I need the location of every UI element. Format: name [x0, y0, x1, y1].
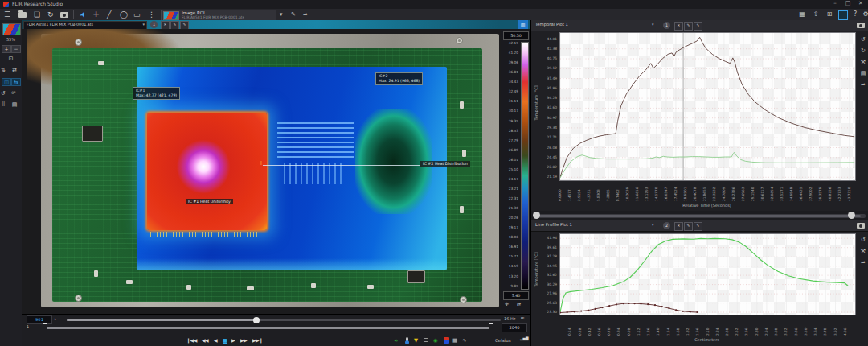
table-icon[interactable]: ▦ — [452, 336, 457, 344]
roi-dropdown-icon[interactable]: ▾ — [280, 10, 283, 19]
page-icon[interactable]: ▤ — [6, 101, 23, 108]
sliders-icon[interactable]: ☰ — [424, 336, 428, 344]
menu-icon[interactable]: ☰ — [4, 10, 10, 19]
end-frame-field[interactable]: 2040 — [502, 323, 527, 332]
close-button[interactable]: ✕ — [855, 0, 866, 6]
skip-start-button[interactable]: ❙◀◀ — [186, 337, 197, 343]
scale-min-value[interactable]: 5.40 — [503, 291, 529, 300]
temporal-plot-dropdown-icon[interactable]: ▾ — [652, 22, 654, 27]
settings-gear-icon[interactable]: ⚙ — [862, 10, 868, 19]
link-icon[interactable]: ∞ — [394, 336, 398, 344]
pan-mode-icon[interactable]: ⇆ — [11, 78, 21, 86]
ic2-annotation-label[interactable]: IC #2 Heat Distribution — [420, 161, 470, 167]
zoom-level[interactable]: 55% — [0, 37, 22, 42]
temporal-export-icon[interactable]: ➦ — [858, 81, 868, 88]
thermal-image-canvas[interactable]: ✛ IC#1 Max: 42.77 (421, 479) IC#2 Max: 2… — [22, 29, 501, 314]
temporal-plot-edit2-icon[interactable]: ✎ — [694, 22, 702, 31]
move-tool-icon[interactable]: ✛ — [93, 10, 100, 19]
range-scroll-right-handle[interactable] — [848, 212, 855, 219]
refresh-icon[interactable]: ↻ — [47, 10, 54, 19]
globe-icon[interactable]: ◉ — [433, 336, 438, 344]
layout-grid-icon[interactable]: ▦ — [798, 10, 806, 19]
temporal-plot-snapshot-icon[interactable] — [857, 23, 865, 28]
add-window-icon[interactable]: ⊞ — [825, 10, 833, 19]
overview-thumbnail[interactable] — [2, 23, 21, 35]
unit-selector[interactable]: Celsius — [495, 338, 511, 343]
upload-icon[interactable]: ⇧ — [812, 10, 820, 19]
help-icon[interactable]: ? — [851, 10, 859, 19]
temporal-plot-edit-icon[interactable]: ✎ — [684, 22, 693, 31]
zoom-in-button[interactable]: + — [2, 45, 11, 53]
ic1-hot-region[interactable] — [147, 113, 267, 230]
line-profile-edit-icon[interactable]: ✎ — [684, 222, 693, 231]
move-horizontal-icon[interactable]: ⇄ — [517, 301, 521, 307]
line-profile-undo-icon[interactable]: ↺ — [858, 237, 868, 243]
current-frame-field[interactable]: 901 — [27, 315, 52, 324]
camera-icon[interactable] — [60, 12, 68, 18]
maximize-button[interactable]: □ — [842, 0, 854, 6]
flip-horizontal-icon[interactable]: ⇄ — [6, 67, 23, 73]
temporal-plot-close-icon[interactable]: ✕ — [674, 22, 683, 31]
roi-edit-icon[interactable]: ✎ — [291, 10, 296, 19]
open-folder-icon[interactable] — [18, 12, 27, 18]
temporal-range-scrollbar[interactable] — [531, 211, 868, 220]
rewind-button[interactable]: ◀◀ — [202, 337, 208, 343]
rectangle-tool-icon[interactable]: ▭ — [133, 10, 141, 19]
line-profile-edit2-icon[interactable]: ✎ — [694, 222, 702, 231]
minimize-button[interactable]: – — [829, 0, 841, 6]
range-end-handle[interactable] — [489, 323, 493, 332]
frame-slider-handle[interactable] — [253, 317, 260, 323]
scale-max-value[interactable]: 50.30 — [503, 31, 529, 40]
chart-icon[interactable]: ∿ — [462, 336, 466, 344]
temporal-undo-icon[interactable]: ↺ — [858, 36, 868, 43]
crosshair-icon[interactable]: ✛ — [505, 301, 509, 307]
range-track[interactable] — [47, 327, 489, 329]
line-tool-icon[interactable]: ╱ — [107, 10, 111, 19]
scale-colorbar[interactable] — [521, 42, 529, 290]
temporal-settings-wrench-icon[interactable]: ⚒ — [858, 59, 868, 65]
file-icon[interactable]: ❏ — [34, 10, 40, 19]
zoom-out-button[interactable]: − — [11, 45, 21, 53]
line-profile-dropdown-icon[interactable]: ▾ — [652, 222, 654, 227]
frame-expander-icon[interactable]: ▸ — [55, 316, 57, 321]
skip-end-button[interactable]: ▶▶❙ — [252, 337, 263, 343]
palette-icon[interactable] — [444, 337, 449, 344]
active-window-icon[interactable] — [838, 10, 848, 20]
filter-funnel-icon[interactable]: ▼ — [414, 336, 418, 344]
scale-badge-icon[interactable]: ▥ — [518, 20, 528, 29]
roi-share-icon[interactable]: ➦ — [303, 10, 308, 19]
range-scroll-span[interactable] — [539, 215, 861, 217]
recording-tab-label: FLIR A8581 FLIR MIX PCB-0001.ats — [27, 23, 93, 27]
frame-rate-edit-icon[interactable]: ✏ — [521, 315, 525, 320]
range-scroll-left-handle[interactable] — [533, 212, 540, 219]
stop-button[interactable]: ■ — [223, 337, 227, 344]
line-profile-measurement-line[interactable] — [263, 165, 420, 166]
fast-forward-button[interactable]: ▶▶ — [240, 337, 247, 343]
line-profile-snapshot-icon[interactable] — [857, 223, 865, 229]
ellipse-tool-icon[interactable]: ◯ — [120, 10, 128, 19]
cursor-tool-icon[interactable]: ➤ — [77, 10, 88, 19]
measurement-cross-icon[interactable]: ✛ — [259, 160, 264, 167]
temporal-plot-canvas[interactable] — [559, 32, 856, 181]
fit-width-icon[interactable]: ◫ — [2, 78, 11, 86]
x-tick-label: 1.4577 — [567, 180, 571, 201]
line-profile-canvas[interactable] — [559, 233, 856, 315]
play-button[interactable]: ▶ — [231, 337, 235, 343]
image-roi-selector[interactable]: Image ROI FLIR A8581 FLIR MIX PCB-0001.a… — [161, 10, 276, 21]
line-profile-export-icon[interactable]: ➦ — [858, 259, 868, 266]
thermal-overlay-region[interactable] — [137, 67, 447, 270]
tab-dropdown-icon[interactable]: ▾ — [142, 22, 145, 27]
ic1-tooltip[interactable]: IC#1 Max: 42.77 (421, 479) — [133, 87, 180, 100]
step-back-button[interactable]: ◀ — [214, 337, 217, 343]
more-tools-icon[interactable]: ⋮ — [148, 10, 155, 19]
thermometer-icon[interactable] — [406, 337, 408, 344]
temporal-redo-icon[interactable]: ↻ — [858, 47, 868, 54]
line-profile-close-icon[interactable]: ✕ — [674, 222, 683, 231]
line-profile-settings-wrench-icon[interactable]: ⚒ — [858, 248, 868, 254]
ic1-annotation-label[interactable]: IC #1 Heat Uniformity — [186, 199, 233, 204]
histogram-icon[interactable]: ▂▅▇ — [520, 336, 528, 340]
fit-to-window-icon[interactable]: ⊡ — [0, 56, 22, 62]
temporal-save-icon[interactable]: ▤ — [858, 70, 868, 76]
ic2-tooltip[interactable]: IC#2 Max: 24.91 (966, 468) — [375, 72, 423, 85]
frame-rate-value[interactable]: 16 Hz — [504, 316, 515, 321]
